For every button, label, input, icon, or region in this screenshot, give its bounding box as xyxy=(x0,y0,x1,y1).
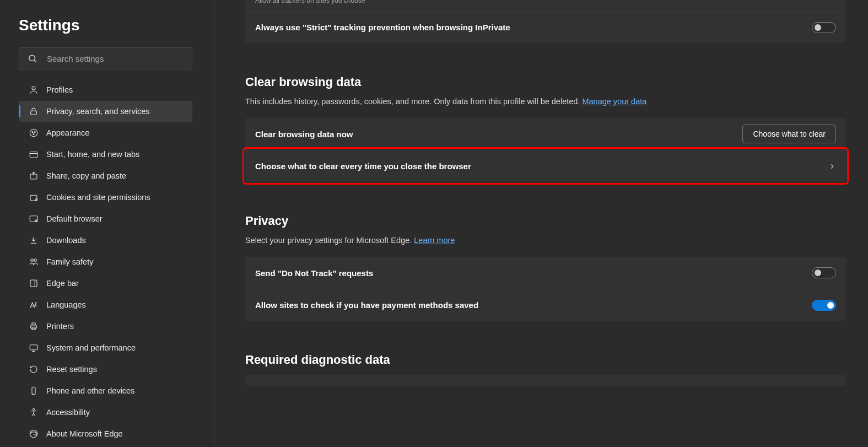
sidebar-item-label: Edge bar xyxy=(46,279,79,288)
sidebar-item-label: Start, home, and new tabs xyxy=(46,150,139,159)
sidebar-item-label: Profiles xyxy=(46,85,73,94)
chevron-right-icon xyxy=(828,163,836,170)
sidebar-item-label: Accessibility xyxy=(46,408,90,417)
sidebar-item-cookies[interactable]: Cookies and site permissions xyxy=(19,187,192,208)
sidebar-item-printers[interactable]: Printers xyxy=(19,316,192,337)
manage-your-data-link[interactable]: Manage your data xyxy=(582,97,646,106)
sidebar-item-label: Appearance xyxy=(46,128,89,137)
sidebar-item-label: Downloads xyxy=(46,236,86,245)
share-icon xyxy=(29,171,39,181)
exceptions-row[interactable]: Exceptions Allow all trackers on sites y… xyxy=(245,0,846,11)
exceptions-sub: Allow all trackers on sites you choose xyxy=(255,0,365,4)
dnt-row: Send "Do Not Track" requests xyxy=(245,257,846,289)
dnt-label: Send "Do Not Track" requests xyxy=(255,268,373,278)
payment-check-row: Allow sites to check if you have payment… xyxy=(245,289,846,321)
profile-icon xyxy=(29,85,39,95)
strict-inprivate-toggle[interactable] xyxy=(812,22,836,33)
lock-icon xyxy=(29,106,39,116)
printers-icon xyxy=(29,321,39,331)
clear-on-close-row[interactable]: Choose what to clear every time you clos… xyxy=(245,150,846,182)
privacy-title: Privacy xyxy=(245,214,846,228)
diagnostic-title: Required diagnostic data xyxy=(245,353,846,367)
privacy-desc: Select your privacy settings for Microso… xyxy=(245,236,846,245)
sidebar-nav: ProfilesPrivacy, search, and servicesApp… xyxy=(19,79,203,444)
search-icon xyxy=(28,53,37,63)
choose-what-to-clear-button[interactable]: Choose what to clear xyxy=(742,125,836,143)
sidebar-item-label: About Microsoft Edge xyxy=(46,429,123,438)
download-icon xyxy=(29,235,39,245)
sidebar-item-languages[interactable]: Languages xyxy=(19,294,192,315)
browser-icon xyxy=(29,214,39,224)
search-wrap xyxy=(19,47,203,69)
clear-data-card: Clear browsing data now Choose what to c… xyxy=(245,118,846,182)
clear-on-close-label: Choose what to clear every time you clos… xyxy=(255,161,471,171)
clear-data-title: Clear browsing data xyxy=(245,75,846,89)
sidebar-item-label: Family safety xyxy=(46,257,93,266)
cookies-icon xyxy=(29,192,39,202)
clear-data-desc: This includes history, passwords, cookie… xyxy=(245,97,846,106)
sidebar-item-label: Cookies and site permissions xyxy=(46,193,150,202)
sidebar-item-family[interactable]: Family safety xyxy=(19,251,192,272)
sidebar-item-label: System and performance xyxy=(46,343,136,352)
sidebar-item-share[interactable]: Share, copy and paste xyxy=(19,165,192,186)
sidebar-item-appearance[interactable]: Appearance xyxy=(19,122,192,143)
settings-main: Exceptions Allow all trackers on sites y… xyxy=(215,0,868,447)
accessibility-icon xyxy=(29,407,39,417)
privacy-desc-text: Select your privacy settings for Microso… xyxy=(245,236,414,245)
privacy-card: Send "Do Not Track" requests Allow sites… xyxy=(245,257,846,321)
sidebar-item-download[interactable]: Downloads xyxy=(19,230,192,251)
sidebar-item-label: Share, copy and paste xyxy=(46,171,126,180)
svg-line-1 xyxy=(34,60,36,62)
phone-icon xyxy=(29,386,39,396)
strict-inprivate-row: Always use "Strict" tracking prevention … xyxy=(245,11,846,43)
diagnostic-card-cut xyxy=(245,375,846,386)
settings-sidebar: Settings ProfilesPrivacy, search, and se… xyxy=(0,0,215,447)
payment-check-toggle[interactable] xyxy=(812,300,836,311)
dnt-toggle[interactable] xyxy=(812,267,836,278)
sidebar-item-phone[interactable]: Phone and other devices xyxy=(19,380,192,401)
sidebar-item-accessibility[interactable]: Accessibility xyxy=(19,402,192,423)
family-icon xyxy=(29,257,39,267)
languages-icon xyxy=(29,300,39,310)
search-input[interactable] xyxy=(19,47,192,69)
edgebar-icon xyxy=(29,278,39,288)
page-title: Settings xyxy=(19,17,203,34)
sidebar-item-edge[interactable]: About Microsoft Edge xyxy=(19,423,192,444)
payment-check-label: Allow sites to check if you have payment… xyxy=(255,300,478,310)
tabs-icon xyxy=(29,149,39,159)
clear-now-label: Clear browsing data now xyxy=(255,130,353,139)
clear-data-desc-text: This includes history, passwords, cookie… xyxy=(245,97,582,106)
sidebar-item-browser[interactable]: Default browser xyxy=(19,208,192,229)
sidebar-item-label: Languages xyxy=(46,300,86,309)
privacy-learn-more-link[interactable]: Learn more xyxy=(414,236,455,245)
clear-now-row: Clear browsing data now Choose what to c… xyxy=(245,118,846,150)
sidebar-item-reset[interactable]: Reset settings xyxy=(19,359,192,380)
sidebar-item-label: Printers xyxy=(46,322,74,331)
svg-point-0 xyxy=(29,55,35,61)
sidebar-item-label: Reset settings xyxy=(46,365,97,374)
sidebar-item-label: Privacy, search, and services xyxy=(46,107,150,116)
appearance-icon xyxy=(29,128,39,138)
system-icon xyxy=(29,343,39,353)
sidebar-item-system[interactable]: System and performance xyxy=(19,337,192,358)
sidebar-item-tabs[interactable]: Start, home, and new tabs xyxy=(19,144,192,165)
sidebar-item-label: Default browser xyxy=(46,214,103,223)
sidebar-item-lock[interactable]: Privacy, search, and services xyxy=(19,101,192,122)
sidebar-item-edgebar[interactable]: Edge bar xyxy=(19,273,192,294)
edge-icon xyxy=(29,429,39,439)
sidebar-item-label: Phone and other devices xyxy=(46,386,134,395)
reset-icon xyxy=(29,364,39,374)
tracking-prevention-card: Exceptions Allow all trackers on sites y… xyxy=(245,0,846,43)
sidebar-item-profile[interactable]: Profiles xyxy=(19,79,192,100)
strict-inprivate-label: Always use "Strict" tracking prevention … xyxy=(255,23,510,32)
